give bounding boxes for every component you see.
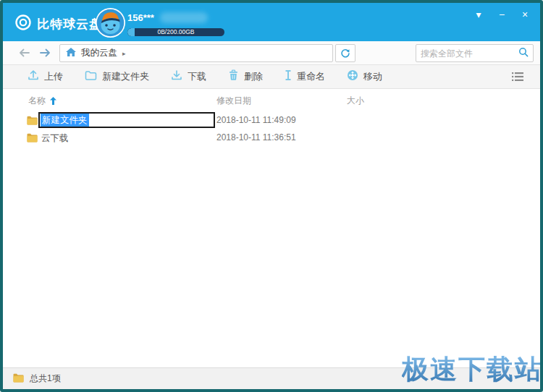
item-count-text: 总共1项 <box>30 372 61 385</box>
search-input[interactable] <box>421 48 518 59</box>
download-icon <box>171 69 182 84</box>
file-modified-date: 2018-10-11 11:49:09 <box>216 115 296 125</box>
rename-selected-text: 新建文件夹 <box>41 114 89 127</box>
list-view-icon <box>511 72 524 82</box>
file-row[interactable]: 云下载 2018-10-11 11:36:51 <box>3 129 540 146</box>
minimize-button[interactable]: − <box>494 7 510 22</box>
upload-label: 上传 <box>44 70 63 83</box>
app-logo: 比特球云盘 <box>14 14 102 34</box>
titlebar: 比特球云盘 156*** 0B/200.00GB <box>3 3 540 41</box>
home-icon <box>66 47 76 60</box>
folder-icon <box>13 372 24 385</box>
username: 156*** <box>127 12 154 23</box>
folder-icon <box>27 115 38 128</box>
column-header-modified[interactable]: 修改日期 <box>216 95 251 107</box>
storage-progress-bar: 0B/200.00GB <box>127 28 224 36</box>
rename-label: 重命名 <box>297 70 325 83</box>
window-controls: ▾ − × <box>471 7 533 22</box>
status-bar: 总共1项 <box>3 367 540 389</box>
toolbar: 上传 新建文件夹 下载 <box>3 65 540 89</box>
upload-icon <box>28 69 39 84</box>
rename-button[interactable]: 重命名 <box>285 69 325 84</box>
download-button[interactable]: 下载 <box>171 69 206 84</box>
storage-usage-text: 0B/200.00GB <box>127 28 224 36</box>
app-window: 比特球云盘 156*** 0B/200.00GB <box>0 0 543 392</box>
search-icon[interactable] <box>518 47 529 60</box>
new-folder-label: 新建文件夹 <box>102 70 149 83</box>
refresh-button[interactable] <box>335 44 355 62</box>
breadcrumb-location[interactable]: 我的云盘 <box>81 47 117 59</box>
new-folder-icon <box>85 70 97 84</box>
move-button[interactable]: 移动 <box>347 69 382 84</box>
column-header-name[interactable]: 名称 <box>28 95 56 107</box>
logo-spiral-icon <box>14 14 32 34</box>
censored-username-blur <box>160 12 208 23</box>
file-modified-date: 2018-10-11 11:36:51 <box>216 132 296 142</box>
new-folder-button[interactable]: 新建文件夹 <box>85 70 149 84</box>
list-view-toggle[interactable] <box>511 72 524 85</box>
breadcrumb-chevron-icon[interactable]: ▸ <box>122 50 126 57</box>
download-label: 下载 <box>188 70 206 83</box>
forward-button[interactable] <box>39 47 52 59</box>
move-label: 移动 <box>363 70 382 83</box>
file-name[interactable]: 云下载 <box>41 132 69 145</box>
delete-label: 删除 <box>244 70 263 83</box>
app-title: 比特球云盘 <box>37 16 102 33</box>
user-avatar[interactable] <box>96 8 125 38</box>
folder-icon <box>27 132 38 145</box>
file-row-renaming[interactable]: 新建文件夹 2018-10-11 11:49:09 <box>3 112 540 129</box>
navigation-bar: 我的云盘 ▸ <box>3 41 540 65</box>
rename-input[interactable]: 新建文件夹 <box>38 112 215 128</box>
delete-button[interactable]: 删除 <box>228 69 263 84</box>
delete-icon <box>228 69 239 84</box>
refresh-icon <box>340 48 350 59</box>
back-button[interactable] <box>17 47 30 59</box>
sort-ascending-icon <box>50 97 56 105</box>
rename-icon <box>285 69 292 84</box>
close-button[interactable]: × <box>517 7 533 22</box>
column-header-size[interactable]: 大小 <box>347 95 364 107</box>
search-box <box>416 44 534 62</box>
list-header: 名称 修改日期 大小 <box>3 95 540 108</box>
upload-button[interactable]: 上传 <box>28 69 63 84</box>
file-list: 名称 修改日期 大小 新建文件夹 2018-10-11 11:49:09 <box>3 89 540 367</box>
move-icon <box>347 69 358 84</box>
column-name-label: 名称 <box>28 95 46 107</box>
user-info: 156*** 0B/200.00GB <box>127 11 224 36</box>
menu-dropdown-button[interactable]: ▾ <box>471 7 487 22</box>
breadcrumb[interactable]: 我的云盘 ▸ <box>59 44 333 62</box>
